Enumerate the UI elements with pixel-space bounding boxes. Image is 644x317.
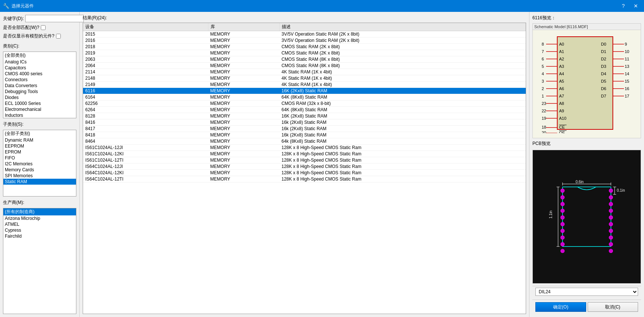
table-row[interactable]: 2015MEMORY3V/5V Operation Static RAM (2K…	[83, 31, 526, 37]
table-row[interactable]: IS61C1024AL-12JIMEMORY128K x 8 High-Spee…	[83, 145, 526, 151]
cell-device: 2114	[83, 69, 208, 75]
subcategory-item[interactable]: FIFO	[3, 155, 76, 161]
category-item[interactable]: (全部类别)	[3, 52, 76, 59]
subcategory-item[interactable]: Dynamic RAM	[3, 137, 76, 143]
subcategory-item[interactable]: Memory Cards	[3, 167, 76, 173]
table-row[interactable]: 8417MEMORY16k (2Kx8) Static RAM	[83, 126, 526, 132]
category-item[interactable]: Inductors	[3, 112, 76, 118]
manufacturer-item[interactable]: Fairchild	[3, 233, 76, 239]
subcategory-item[interactable]: (全部子类别)	[3, 130, 76, 137]
svg-text:16: 16	[625, 86, 629, 91]
confirm-button[interactable]: 确定(O)	[535, 302, 586, 312]
left-panel: 关键字(D): 是否全部匹配(W)? 是否仅显示有模型的元件? 类别(C): (…	[0, 12, 80, 317]
table-row[interactable]: IS64C1024AL-12TIMEMORY128K x 8 High-Spee…	[83, 176, 526, 182]
category-item[interactable]: Capacitors	[3, 65, 76, 71]
svg-text:4: 4	[542, 72, 544, 76]
category-section: (全部类别)Analog ICsCapacitorsCMOS 4000 seri…	[3, 52, 76, 118]
table-row[interactable]: 6164MEMORY64K (8Kx8) Static RAM	[83, 94, 526, 100]
help-button[interactable]: ?	[619, 1, 628, 10]
table-row[interactable]: 8416MEMORY16k (2Kx8) Static RAM	[83, 119, 526, 126]
close-button[interactable]: ✕	[631, 1, 641, 10]
subcategory-list[interactable]: (全部子类别)Dynamic RAMEEPROMEPROMFIFOI2C Mem…	[3, 130, 76, 197]
table-row[interactable]: 2063MEMORYCMOS Static RAM (8K x 8bit)	[83, 56, 526, 63]
category-item[interactable]: CMOS 4000 series	[3, 71, 76, 77]
cancel-button[interactable]: 取消(C)	[588, 302, 638, 312]
table-row[interactable]: 2018MEMORYCMOS Static RAM (2K x 8bit)	[83, 44, 526, 50]
table-row[interactable]: 2064MEMORYCMOS Static RAM (8K x 8bit)	[83, 63, 526, 69]
category-list[interactable]: (全部类别)Analog ICsCapacitorsCMOS 4000 seri…	[3, 52, 76, 118]
svg-point-98	[609, 229, 613, 233]
keyword-row: 关键字(D):	[3, 15, 76, 22]
table-row[interactable]: IS61C1024AL-12KIMEMORY128K x 8 High-Spee…	[83, 151, 526, 157]
title-bar-left: 🔧 选择元器件	[3, 3, 34, 9]
cell-description: 4K Static RAM (1K x 4bit)	[279, 75, 525, 82]
category-item[interactable]: Data Converters	[3, 83, 76, 89]
svg-text:3: 3	[542, 79, 544, 83]
cell-description: 16k (2Kx8) Static RAM	[279, 126, 525, 132]
manufacturer-item[interactable]: (所有的制造商)	[3, 208, 76, 215]
match-all-checkbox[interactable]	[41, 25, 46, 30]
pcb-svg: 0.6in 1.1in 0.1in	[533, 150, 641, 283]
subcategory-item[interactable]: SPI Memories	[3, 173, 76, 179]
table-row[interactable]: 8128MEMORY16K (2Kx8) Static RAM	[83, 113, 526, 119]
svg-point-83	[561, 195, 564, 199]
cell-description: CMOS Static RAM (8K x 8bit)	[279, 63, 525, 69]
manufacturer-list[interactable]: (所有的制造商)Arizona MicrochipATMELCypressFai…	[3, 208, 76, 314]
category-item[interactable]: Diodes	[3, 95, 76, 100]
keyword-input[interactable]	[25, 15, 84, 22]
table-row[interactable]: IS61C1024AL-12TIMEMORY128K x 8 High-Spee…	[83, 157, 526, 164]
category-item[interactable]: Debugging Tools	[3, 89, 76, 95]
table-row[interactable]: 2149MEMORY4K Static RAM (1K x 4bit)	[83, 82, 526, 88]
subcategory-item[interactable]: Static RAM	[3, 179, 76, 185]
col-library: 库	[208, 23, 279, 31]
results-table[interactable]: 设备 库 描述 2015MEMORY3V/5V Operation Static…	[83, 23, 526, 314]
cell-description: 4K Static RAM (1K x 4bit)	[279, 82, 525, 88]
table-row[interactable]: 2016MEMORY3V/5V Operation Static RAM (2K…	[83, 37, 526, 44]
table-row[interactable]: 2019MEMORYCMOS Static RAM (2K x 8bit)	[83, 50, 526, 56]
cell-library: MEMORY	[208, 138, 279, 145]
cell-description: CMOS Static RAM (8K x 8bit)	[279, 56, 525, 63]
svg-text:A2: A2	[559, 57, 564, 61]
svg-text:A4: A4	[559, 72, 564, 76]
manufacturer-item[interactable]: ATMEL	[3, 221, 76, 227]
package-select[interactable]: DIL24	[535, 288, 638, 296]
svg-point-101	[609, 249, 613, 253]
cell-library: MEMORY	[208, 69, 279, 75]
manufacturer-item[interactable]: Cypress	[3, 227, 76, 233]
cell-device: 2018	[83, 44, 208, 50]
table-row[interactable]: 2148MEMORY4K Static RAM (1K x 4bit)	[83, 75, 526, 82]
subcategory-item[interactable]: I2C Memories	[3, 161, 76, 167]
model-only-checkbox[interactable]	[56, 34, 61, 39]
table-row[interactable]: 62256MEMORYCMOS RAM (32k x 8-bit)	[83, 100, 526, 107]
subcategory-item[interactable]: EEPROM	[3, 143, 76, 149]
cell-device: 6264	[83, 107, 208, 113]
table-row[interactable]: 6116MEMORY16K (2Kx8) Static RAM	[83, 88, 526, 94]
svg-text:23: 23	[542, 101, 546, 106]
cell-library: MEMORY	[208, 63, 279, 69]
cell-description: 128K x 8 High-Speed CMOS Static Ram	[279, 164, 525, 170]
svg-text:2: 2	[542, 86, 544, 91]
svg-text:1: 1	[542, 94, 544, 98]
table-row[interactable]: 2114MEMORY4K Static RAM (1K x 4bit)	[83, 69, 526, 75]
svg-text:A1: A1	[559, 49, 564, 54]
manufacturer-section: (所有的制造商)Arizona MicrochipATMELCypressFai…	[3, 208, 76, 314]
subcategory-section: (全部子类别)Dynamic RAMEEPROMEPROMFIFOI2C Mem…	[3, 130, 76, 197]
category-item[interactable]: Electromechanical	[3, 106, 76, 112]
subcategory-item[interactable]: EPROM	[3, 149, 76, 155]
table-row[interactable]: 6264MEMORY64K (8Kx8) Static RAM	[83, 107, 526, 113]
svg-text:A10: A10	[559, 116, 567, 120]
category-item[interactable]: ECL 10000 Series	[3, 100, 76, 106]
cell-library: MEMORY	[208, 88, 279, 94]
cell-description: 128K x 8 High-Speed CMOS Static Ram	[279, 157, 525, 164]
cell-description: 128K x 8 High-Speed CMOS Static Ram	[279, 145, 525, 151]
bottom-bar: DIL24	[532, 286, 641, 297]
table-row[interactable]: 8418MEMORY16k (2Kx8) Static RAM	[83, 132, 526, 138]
table-row[interactable]: IS64C1024AL-12KIMEMORY128K x 8 High-Spee…	[83, 170, 526, 176]
svg-text:D2: D2	[601, 57, 606, 61]
category-item[interactable]: Analog ICs	[3, 59, 76, 65]
category-item[interactable]: Connectors	[3, 77, 76, 83]
manufacturer-item[interactable]: Arizona Microchip	[3, 215, 76, 221]
table-row[interactable]: IS64C1024AL-12JIMEMORY128K x 8 High-Spee…	[83, 164, 526, 170]
table-row[interactable]: 8464MEMORY64k (8Kx8) Static RAM	[83, 138, 526, 145]
svg-point-91	[561, 249, 564, 253]
